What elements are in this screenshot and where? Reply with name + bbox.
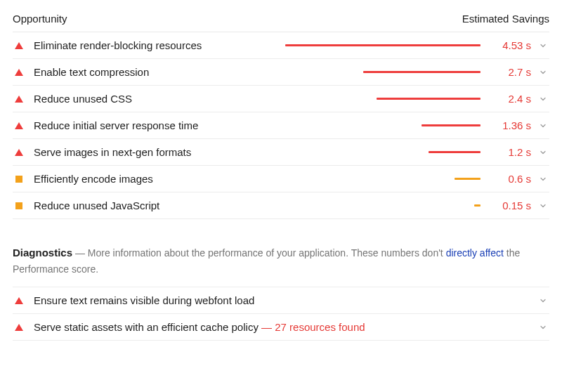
- chevron-down-icon[interactable]: [537, 323, 549, 332]
- warning-triangle-icon: [13, 297, 25, 304]
- savings-bar-area: [155, 71, 485, 73]
- savings-bar: [455, 178, 481, 180]
- opportunity-label: Efficiently encode images: [31, 173, 153, 185]
- opportunity-label: Serve images in next-gen formats: [31, 146, 191, 158]
- diagnostics-title: Diagnostics: [13, 247, 72, 259]
- chevron-down-icon[interactable]: [537, 175, 549, 183]
- savings-bar: [377, 98, 481, 100]
- estimated-savings-value: 2.7 s: [490, 66, 531, 78]
- opportunity-label: Reduce unused JavaScript: [31, 200, 159, 211]
- opportunity-label: Enable text compression: [31, 66, 149, 78]
- estimated-savings-value: 0.15 s: [490, 200, 531, 211]
- diagnostics-list: Ensure text remains visible during webfo…: [13, 287, 549, 341]
- opportunity-label: Reduce initial server response time: [31, 119, 198, 131]
- estimated-savings-value: 2.4 s: [490, 93, 531, 105]
- diagnostic-extra: — 27 resources found: [259, 321, 365, 333]
- opportunity-row[interactable]: Enable text compression2.7 s: [13, 59, 549, 86]
- chevron-down-icon[interactable]: [537, 296, 549, 305]
- opportunity-row[interactable]: Reduce unused JavaScript0.15 s: [13, 192, 549, 219]
- warning-triangle-icon: [13, 149, 25, 156]
- warning-triangle-icon: [13, 96, 25, 103]
- chevron-down-icon[interactable]: [537, 41, 549, 50]
- savings-bar-area: [207, 44, 485, 46]
- savings-bar: [474, 204, 481, 207]
- chevron-down-icon[interactable]: [537, 122, 549, 130]
- savings-bar: [429, 151, 481, 153]
- estimated-savings-value: 1.2 s: [490, 146, 531, 158]
- warning-triangle-icon: [13, 122, 25, 129]
- savings-bar-area: [197, 151, 485, 153]
- diagnostic-label: Serve static assets with an efficient ca…: [31, 321, 531, 333]
- opportunity-row[interactable]: Reduce initial server response time1.36 …: [13, 112, 549, 139]
- diagnostics-section: Diagnostics — More information about the…: [13, 244, 549, 341]
- opportunities-header: Opportunity Estimated Savings: [13, 13, 549, 32]
- savings-bar-area: [159, 178, 485, 180]
- estimated-savings-value: 4.53 s: [490, 39, 531, 51]
- diagnostics-link[interactable]: directly affect: [446, 247, 504, 259]
- savings-bar: [285, 44, 481, 46]
- opportunity-column-header: Opportunity: [13, 13, 67, 25]
- chevron-down-icon[interactable]: [537, 68, 549, 77]
- estimated-savings-column-header: Estimated Savings: [462, 13, 549, 25]
- warning-triangle-icon: [13, 324, 25, 331]
- diagnostic-row[interactable]: Ensure text remains visible during webfo…: [13, 287, 549, 314]
- diagnostic-row[interactable]: Serve static assets with an efficient ca…: [13, 314, 549, 341]
- diagnostics-desc-prefix: — More information about the performance…: [72, 247, 446, 259]
- estimated-savings-value: 0.6 s: [490, 173, 531, 185]
- warning-square-icon: [13, 202, 25, 209]
- opportunity-row[interactable]: Eliminate render-blocking resources4.53 …: [13, 32, 549, 59]
- savings-bar: [422, 124, 481, 126]
- warning-square-icon: [13, 176, 25, 183]
- estimated-savings-value: 1.36 s: [490, 119, 531, 131]
- diagnostics-header: Diagnostics — More information about the…: [13, 244, 549, 287]
- opportunity-label: Eliminate render-blocking resources: [31, 39, 202, 51]
- savings-bar: [363, 71, 481, 73]
- savings-bar-area: [138, 98, 485, 100]
- opportunity-row[interactable]: Efficiently encode images0.6 s: [13, 166, 549, 192]
- warning-triangle-icon: [13, 42, 25, 49]
- opportunity-label: Reduce unused CSS: [31, 93, 132, 105]
- diagnostic-label: Ensure text remains visible during webfo…: [31, 294, 531, 306]
- warning-triangle-icon: [13, 69, 25, 76]
- savings-bar-area: [165, 204, 485, 207]
- savings-bar-area: [204, 124, 485, 126]
- chevron-down-icon[interactable]: [537, 148, 549, 157]
- opportunity-row[interactable]: Reduce unused CSS2.4 s: [13, 86, 549, 112]
- opportunity-row[interactable]: Serve images in next-gen formats1.2 s: [13, 139, 549, 166]
- opportunities-list: Eliminate render-blocking resources4.53 …: [13, 32, 549, 219]
- chevron-down-icon[interactable]: [537, 95, 549, 103]
- chevron-down-icon[interactable]: [537, 202, 549, 210]
